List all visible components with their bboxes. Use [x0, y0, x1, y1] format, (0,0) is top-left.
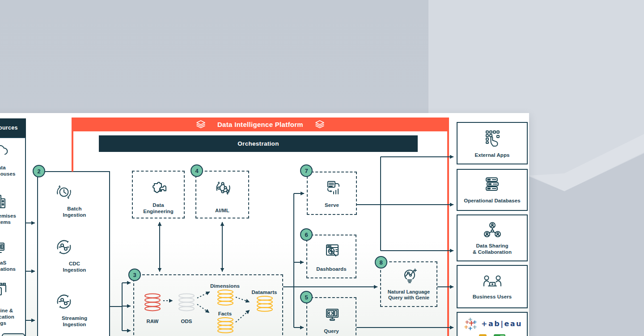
ai-ml-label: AI/ML	[196, 207, 248, 214]
business-users-icon	[480, 273, 504, 291]
ods-database-icon	[177, 293, 196, 312]
serve-icon	[322, 178, 343, 198]
ai-network-icon	[213, 178, 233, 198]
raw-database-icon	[143, 293, 162, 312]
raw-label: RAW	[139, 318, 166, 324]
saas-window-icon	[0, 239, 10, 259]
badge-6: 6	[300, 228, 313, 241]
facts-label: Facts	[207, 311, 243, 317]
datamarts-database-icon	[255, 296, 275, 312]
cutoff-bottom-box	[2, 333, 25, 336]
dashboards-icon	[322, 241, 343, 261]
ingestion-box: Batch Ingestion CDC Ingestion Streaming …	[37, 171, 110, 336]
source-label-machine-logs: Machine & Application Logs	[0, 307, 27, 326]
building-icon	[0, 191, 10, 212]
puzzle-icon	[149, 178, 169, 198]
tableau-logo: + + + + + + + +ab|eau	[462, 315, 522, 332]
business-users-label: Business Users	[473, 294, 512, 300]
badge-3: 3	[128, 269, 141, 281]
source-label-on-premises: On-Premises Systems	[0, 213, 27, 225]
external-apps-icon	[481, 128, 504, 150]
databricks-logo-icon	[315, 120, 325, 129]
query-box: Query	[306, 297, 356, 336]
query-label: Query	[307, 328, 356, 334]
dashboards-box: Dashboards	[306, 235, 356, 278]
banner-title: Data Intelligence Platform	[217, 121, 303, 128]
operational-databases-label: Operational Databases	[464, 197, 521, 204]
source-label-saas: SaaS Applications	[0, 260, 27, 272]
operational-databases-icon	[481, 176, 504, 195]
data-engineering-box: Data Engineering	[132, 171, 185, 218]
badge-2: 2	[33, 165, 45, 177]
batch-sync-clock-icon	[54, 182, 74, 202]
platform-left-border	[72, 131, 73, 172]
streaming-sync-icon	[54, 291, 74, 312]
tableau-wordmark: +ab|eau	[481, 319, 522, 328]
data-engineering-label: Data Engineering	[133, 202, 184, 214]
serve-box: Serve	[307, 172, 357, 215]
ai-ml-box: AI/ML	[195, 171, 249, 218]
source-label-data-warehouses: Data Warehouses	[0, 164, 27, 177]
powerbi-icon	[479, 334, 487, 336]
genie-label: Natural Language Query with Genie	[381, 289, 436, 301]
orchestration-label: Orchestration	[237, 140, 279, 147]
badge-4: 4	[191, 164, 203, 177]
badge-8: 8	[375, 256, 387, 269]
ingestion-label-streaming: Streaming Ingestion	[38, 315, 111, 328]
ods-label: ODS	[173, 318, 200, 324]
data-sharing-box: Data Sharing & Collaboration	[457, 214, 528, 261]
databricks-logo-icon	[196, 120, 206, 129]
genie-box: Natural Language Query with Genie	[380, 261, 437, 307]
platform-banner: Data Intelligence Platform	[72, 118, 449, 131]
badge-5: 5	[300, 291, 313, 303]
data-sources-header: Data Sources	[0, 118, 26, 137]
platform-right-border	[447, 131, 449, 336]
dimensions-label: Dimensions	[207, 283, 243, 289]
data-sources-header-label: Data Sources	[0, 125, 18, 131]
cdc-sync-icon	[54, 237, 74, 257]
tableau-box: + + + + + + + +ab|eau	[457, 312, 528, 336]
cloud-database-icon	[0, 141, 10, 162]
sheets-icon	[494, 334, 505, 336]
badge-7: 7	[300, 164, 313, 177]
data-sharing-label: Data Sharing & Collaboration	[473, 243, 512, 255]
ingestion-label-batch: Batch Ingestion	[38, 206, 111, 218]
app-logs-icon	[0, 280, 10, 301]
serve-label: Serve	[308, 202, 356, 208]
external-apps-label: External Apps	[475, 152, 509, 158]
business-users-box: Business Users	[457, 265, 528, 308]
operational-databases-box: Operational Databases	[457, 169, 528, 211]
tableau-sparkle-icon: + + + + + + +	[462, 315, 478, 332]
dashboards-label: Dashboards	[307, 266, 356, 272]
external-apps-box: External Apps	[457, 122, 528, 164]
data-sources-panel: Data Warehouses On-Premises Systems SaaS…	[0, 137, 26, 336]
ingestion-label-cdc: CDC Ingestion	[38, 260, 111, 273]
partner-logo-row	[479, 334, 505, 336]
orchestration-bar: Orchestration	[99, 135, 418, 152]
data-sharing-icon	[481, 221, 504, 240]
genie-lightbulb-icon	[399, 266, 420, 286]
dimensions-database-icon	[216, 290, 235, 306]
storage-layer-box: RAW ODS Dimensions Facts Datamarts	[133, 274, 283, 336]
svg-text:+: +	[472, 323, 477, 330]
datamarts-label: Datamarts	[246, 289, 282, 295]
facts-database-icon	[216, 317, 235, 333]
query-icon	[322, 305, 343, 326]
